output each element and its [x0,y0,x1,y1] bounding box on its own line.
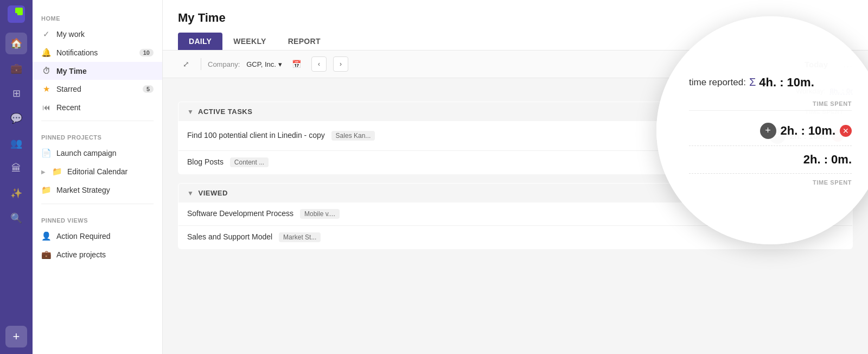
star-icon: ★ [41,84,51,94]
wand-rail-icon[interactable]: ✨ [5,182,27,204]
tab-weekly[interactable]: WEEKLY [222,33,277,50]
circle-del-time-btn[interactable]: ✕ [840,125,852,137]
calendar-icon-btn[interactable]: 📅 [289,56,305,72]
table-row: Blog Posts Content ... [178,151,853,174]
sidebar-item-editorial-calendar[interactable]: ▶ 📁 Editorial Calendar [33,162,162,181]
home-section-label: HOME [33,7,162,25]
time-spent-cell: + 2h. : 10m. ✕ [644,121,853,151]
active-tasks-label: ACTIVE TASKS [198,108,252,116]
sidebar-item-label: Editorial Calendar [67,167,154,176]
sidebar-item-market-strategy[interactable]: 📁 Market Strategy [33,181,162,199]
time-spent-col-header: TIME SPENT [644,102,853,122]
time-spent-cell [644,151,853,174]
task-name-cell: Find 100 potential client in Linedin - c… [178,121,644,151]
doc-icon: 📄 [41,148,51,158]
expand-icon: ▶ [41,169,46,175]
sidebar-item-starred[interactable]: ★ Starred 5 [33,80,162,98]
person-icon: 👤 [41,231,51,241]
starred-badge: 5 [143,85,154,93]
divider [41,121,154,121]
section-toggle[interactable]: ▼ [187,189,194,197]
tab-report[interactable]: REPORT [277,33,331,50]
sidebar-item-label: Action Required [56,232,154,241]
task-tag: Mobile v.... [300,209,340,219]
sidebar-item-my-work[interactable]: ✓ My work [33,25,162,43]
sidebar-item-active-projects[interactable]: 💼 Active projects [33,245,162,264]
time-spent-cell [789,226,853,249]
pinned-views-label: PINNED VIEWS [33,208,162,227]
prev-btn[interactable]: ‹ [311,56,327,72]
sidebar-item-label: Recent [56,103,154,112]
more-options-btn[interactable]: ... [843,59,853,70]
briefcase-rail-icon[interactable]: 💼 [5,58,27,79]
workday-label: Workday: 8h. : 0r [796,87,853,95]
add-rail-icon[interactable]: + [5,326,27,347]
table-row: Sales and Support Model Market St... [178,226,853,249]
content-area: Workday: 8h. : 0r ▼ ACTIVE TASKS TIME SP… [163,78,868,354]
sidebar-item-recent[interactable]: ⏮ Recent [33,98,162,116]
sidebar-item-label: Active projects [56,250,154,259]
table-row: Find 100 potential client in Linedin - c… [178,121,853,151]
task-name: Software Development Process [187,209,293,218]
check-icon: ✓ [41,29,51,39]
time-value: 2h. : 10m. [790,131,827,141]
workday-value: 8h. : 0r [829,87,853,95]
pinned-projects-label: PINNED PROJECTS [33,125,162,144]
main-header: My Time DAILY WEEKLY REPORT [163,0,868,50]
task-tag: Sales Kan... [331,131,375,141]
company-name: GCP, Inc. [246,60,276,68]
section-toggle[interactable]: ▼ [187,108,194,116]
sidebar-item-label: My Time [56,67,154,75]
task-name-cell: Blog Posts Content ... [178,151,644,174]
folder-icon: 📁 [52,167,62,176]
briefcase-small-icon: 💼 [41,250,51,260]
sidebar-item-label: Starred [56,85,137,93]
timer-icon: ⏱ [41,66,51,75]
task-name-cell: Sales and Support Model Market St... [178,226,789,249]
notifications-badge: 10 [139,49,154,56]
sidebar-item-label: Launch campaign [56,149,154,157]
toolbar: ⤢ Company: GCP, Inc. ▾ 📅 ‹ › Today ... [163,50,868,78]
expand-icon-btn[interactable]: ⤢ [178,56,194,72]
task-name: Sales and Support Model [187,232,272,241]
bell-icon: 🔔 [41,48,51,58]
circle-add-time-btn[interactable]: + [760,123,776,139]
home-rail-icon[interactable]: 🏠 [5,33,27,54]
task-name-cell: Software Development Process Mobile v...… [178,203,789,226]
search-rail-icon[interactable]: 🔍 [5,207,27,229]
bank-rail-icon[interactable]: 🏛 [5,157,27,179]
folder-icon: 📁 [41,185,51,195]
tab-daily[interactable]: DAILY [178,33,222,50]
people-rail-icon[interactable]: 👥 [5,132,27,154]
recent-icon: ⏮ [41,103,51,112]
sidebar-item-notifications[interactable]: 🔔 Notifications 10 [33,43,162,62]
separator [201,58,201,70]
table-row: Software Development Process Mobile v...… [178,203,853,226]
workday-row: Workday: 8h. : 0r [178,87,853,95]
active-tasks-section-header: ▼ ACTIVE TASKS TIME SPENT [178,102,853,122]
grid-rail-icon[interactable]: ⊞ [5,83,27,104]
company-selector[interactable]: GCP, Inc. ▾ [246,60,282,68]
sidebar: HOME ✓ My work 🔔 Notifications 10 ⏱ My T… [33,0,163,354]
sidebar-item-my-time[interactable]: ⏱ My Time [33,62,162,80]
sidebar-item-action-required[interactable]: 👤 Action Required [33,227,162,245]
task-name: Blog Posts [187,157,224,166]
main-content: My Time DAILY WEEKLY REPORT ⤢ Company: G… [163,0,868,354]
viewed-col-header [789,184,853,203]
company-label: Company: [208,60,240,68]
active-tasks-table: ▼ ACTIVE TASKS TIME SPENT Find 100 poten… [178,102,853,174]
task-tag: Market St... [279,232,321,242]
sidebar-item-label: My work [56,30,154,39]
comment-rail-icon[interactable]: 💬 [5,108,27,129]
time-spent-cell [789,203,853,226]
next-btn[interactable]: › [333,56,348,72]
sidebar-item-launch-campaign[interactable]: 📄 Launch campaign [33,144,162,162]
viewed-label: VIEWED [199,189,228,197]
chevron-down-icon: ▾ [278,60,282,68]
viewed-table: ▼ VIEWED Software Development Process Mo… [178,183,853,249]
sidebar-item-label: Notifications [56,48,134,57]
tabs: DAILY WEEKLY REPORT [178,33,853,50]
today-label: Today [805,60,828,69]
logo[interactable] [8,5,25,23]
icon-rail: 🏠 💼 ⊞ 💬 👥 🏛 ✨ 🔍 + [0,0,33,354]
